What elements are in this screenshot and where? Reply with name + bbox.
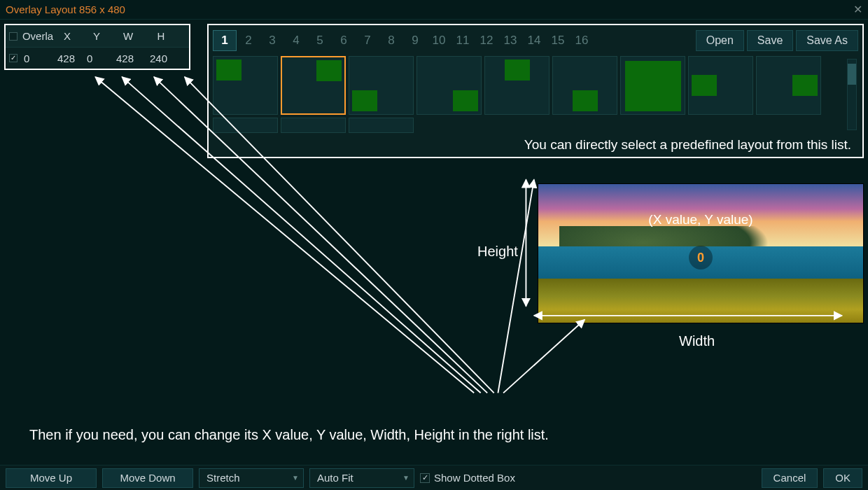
tab-11[interactable]: 11 [451, 30, 475, 51]
layout-thumb[interactable] [552, 56, 617, 115]
tab-12[interactable]: 12 [475, 30, 498, 51]
layout-thumb[interactable] [213, 118, 278, 133]
chevron-down-icon: ▼ [292, 474, 299, 482]
layout-thumb[interactable] [349, 56, 414, 115]
layout-thumbnails [213, 56, 858, 133]
tab-15[interactable]: 15 [546, 30, 570, 51]
layout-thumb-selected[interactable] [281, 56, 346, 115]
move-up-button[interactable]: Move Up [6, 468, 97, 488]
row-w[interactable]: 428 [113, 52, 147, 64]
fit-mode-select[interactable]: Stretch ▼ [199, 468, 304, 488]
window-title: Overlay Layout 856 x 480 [6, 4, 125, 15]
col-overlay: Overla [21, 30, 55, 42]
layout-thumb[interactable] [281, 118, 346, 133]
bottom-toolbar: Move Up Move Down Stretch ▼ Auto Fit ▼ S… [0, 465, 868, 490]
layout-thumb[interactable] [756, 56, 821, 115]
tab-14[interactable]: 14 [522, 30, 546, 51]
overlay-coords-panel: Overla X Y W H 0 428 0 428 240 [4, 24, 190, 70]
col-x: X [55, 30, 84, 42]
ok-button[interactable]: OK [823, 468, 862, 488]
preview-image: (X value, Y value) 0 [538, 183, 864, 323]
open-button[interactable]: Open [696, 30, 744, 51]
chevron-down-icon: ▼ [402, 474, 410, 482]
header-checkbox[interactable] [9, 32, 18, 41]
layout-thumb[interactable] [484, 56, 550, 115]
overlay-row-0[interactable]: 0 428 0 428 240 [6, 48, 189, 69]
col-h: H [147, 30, 179, 42]
row-checkbox[interactable] [9, 54, 18, 62]
show-dotted-label: Show Dotted Box [434, 472, 515, 484]
tab-4[interactable]: 4 [284, 30, 308, 51]
tab-10[interactable]: 10 [427, 30, 451, 51]
tab-1[interactable]: 1 [213, 30, 237, 51]
col-w: W [113, 30, 147, 42]
col-y: Y [84, 30, 113, 42]
svg-line-7 [503, 320, 584, 393]
tab-3[interactable]: 3 [260, 30, 284, 51]
save-button[interactable]: Save [747, 30, 793, 51]
thumbnails-scrollbar[interactable] [847, 59, 857, 130]
layout-caption: You can directly select a predefined lay… [213, 133, 858, 154]
checkbox-icon [420, 473, 430, 483]
tab-2[interactable]: 2 [237, 30, 260, 51]
tab-8[interactable]: 8 [379, 30, 403, 51]
instruction-text: Then if you need, you can change its X v… [29, 427, 549, 443]
tab-6[interactable]: 6 [332, 30, 356, 51]
auto-fit-value: Auto Fit [317, 472, 354, 484]
close-icon[interactable]: ✕ [853, 3, 862, 16]
layout-tabs: 1 2 3 4 5 6 7 8 9 10 11 12 13 14 15 16 [213, 30, 693, 51]
auto-fit-select[interactable]: Auto Fit ▼ [309, 468, 414, 488]
tab-13[interactable]: 13 [498, 30, 522, 51]
row-y[interactable]: 0 [84, 52, 113, 64]
layout-thumb[interactable] [213, 56, 278, 115]
cancel-button[interactable]: Cancel [762, 468, 818, 488]
row-x[interactable]: 428 [55, 52, 84, 64]
layout-thumb[interactable] [416, 56, 482, 115]
width-label: Width [679, 333, 715, 349]
height-label: Height [477, 244, 518, 260]
tab-16[interactable]: 16 [570, 30, 594, 51]
tab-7[interactable]: 7 [356, 30, 379, 51]
fit-mode-value: Stretch [206, 472, 240, 484]
svg-line-4 [498, 180, 533, 393]
xy-label: (X value, Y value) [538, 212, 863, 227]
layout-thumb[interactable] [688, 56, 753, 115]
layout-thumb[interactable] [620, 56, 685, 115]
save-as-button[interactable]: Save As [796, 30, 858, 51]
layout-picker-panel: 1 2 3 4 5 6 7 8 9 10 11 12 13 14 15 16 O… [207, 24, 864, 158]
row-h[interactable]: 240 [147, 52, 179, 64]
show-dotted-box-toggle[interactable]: Show Dotted Box [420, 472, 515, 484]
tab-9[interactable]: 9 [403, 30, 427, 51]
layout-thumb[interactable] [349, 118, 414, 133]
zero-badge: 0 [689, 246, 713, 270]
move-down-button[interactable]: Move Down [102, 468, 193, 488]
row-overlay: 0 [21, 52, 55, 64]
tab-5[interactable]: 5 [308, 30, 332, 51]
